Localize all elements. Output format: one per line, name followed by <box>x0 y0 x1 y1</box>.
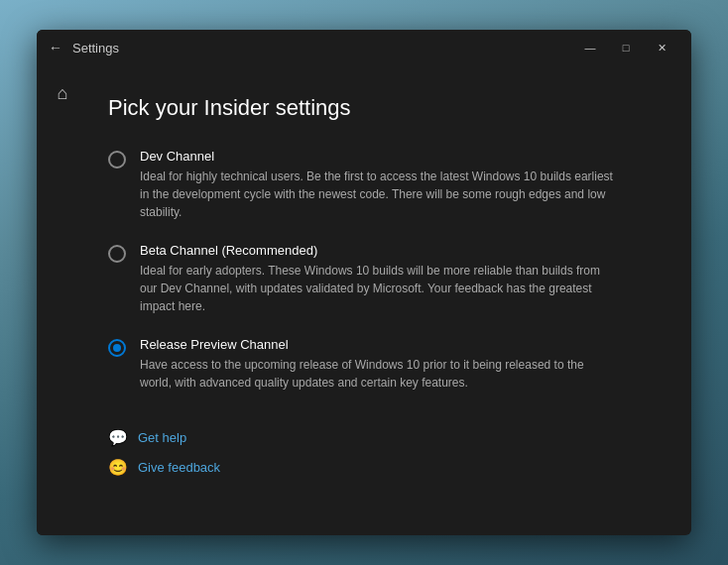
dev-channel-desc: Ideal for highly technical users. Be the… <box>140 168 616 221</box>
dev-channel-text: Dev Channel Ideal for highly technical u… <box>140 149 616 221</box>
home-icon[interactable]: ⌂ <box>50 75 76 112</box>
title-bar: ← Settings — □ ✕ <box>37 30 691 65</box>
beta-channel-item: Beta Channel (Recommended) Ideal for ear… <box>108 243 652 315</box>
release-preview-channel-label: Release Preview Channel <box>140 337 616 352</box>
content-area: ⌂ Pick your Insider settings Dev Channel… <box>37 65 691 535</box>
help-links: 💬 Get help 😊 Give feedback <box>108 427 652 477</box>
get-help-link[interactable]: 💬 Get help <box>108 427 652 447</box>
release-preview-channel-text: Release Preview Channel Have access to t… <box>140 337 616 392</box>
channel-radio-group: Dev Channel Ideal for highly technical u… <box>108 149 652 392</box>
beta-channel-radio[interactable] <box>108 245 126 263</box>
give-feedback-icon: 😊 <box>108 457 128 477</box>
dev-channel-label: Dev Channel <box>140 149 616 164</box>
beta-channel-label: Beta Channel (Recommended) <box>140 243 616 258</box>
beta-channel-desc: Ideal for early adopters. These Windows … <box>140 262 616 315</box>
beta-channel-text: Beta Channel (Recommended) Ideal for ear… <box>140 243 616 315</box>
minimize-button[interactable]: — <box>572 34 608 61</box>
main-content: Pick your Insider settings Dev Channel I… <box>88 65 691 535</box>
maximize-button[interactable]: □ <box>608 34 644 61</box>
release-preview-channel-item: Release Preview Channel Have access to t… <box>108 337 652 392</box>
dev-channel-radio[interactable] <box>108 151 126 169</box>
sidebar: ⌂ <box>37 65 88 535</box>
release-preview-channel-radio[interactable] <box>108 339 126 357</box>
get-help-label: Get help <box>138 430 186 445</box>
window-controls: — □ ✕ <box>572 34 679 61</box>
back-button[interactable]: ← <box>49 41 62 55</box>
page-title: Pick your Insider settings <box>108 95 652 121</box>
get-help-icon: 💬 <box>108 427 128 447</box>
close-button[interactable]: ✕ <box>644 34 679 61</box>
give-feedback-label: Give feedback <box>138 460 220 475</box>
dev-channel-item: Dev Channel Ideal for highly technical u… <box>108 149 652 221</box>
release-preview-channel-desc: Have access to the upcoming release of W… <box>140 356 616 392</box>
settings-window: ← Settings — □ ✕ ⌂ Pick your Insider set… <box>37 30 691 535</box>
window-title: Settings <box>72 41 572 56</box>
give-feedback-link[interactable]: 😊 Give feedback <box>108 457 652 477</box>
